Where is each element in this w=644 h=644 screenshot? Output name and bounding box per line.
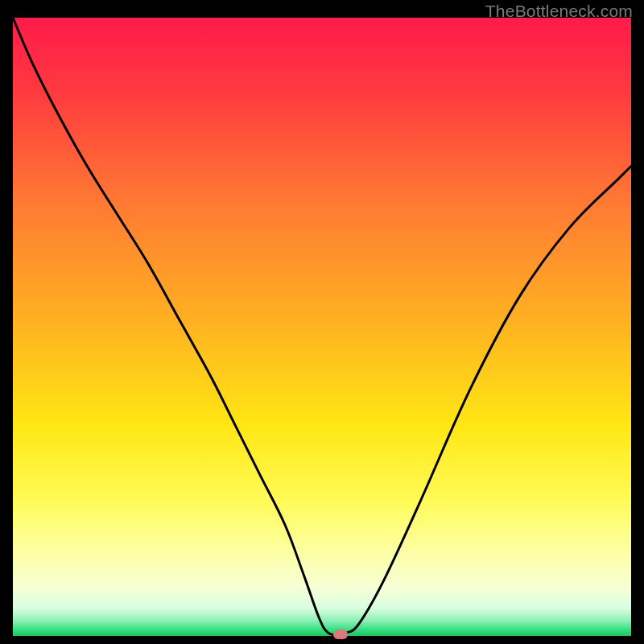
gradient-background <box>13 18 631 636</box>
bottleneck-chart <box>13 18 631 636</box>
chart-frame <box>13 18 631 636</box>
optimal-point-marker <box>333 630 348 639</box>
